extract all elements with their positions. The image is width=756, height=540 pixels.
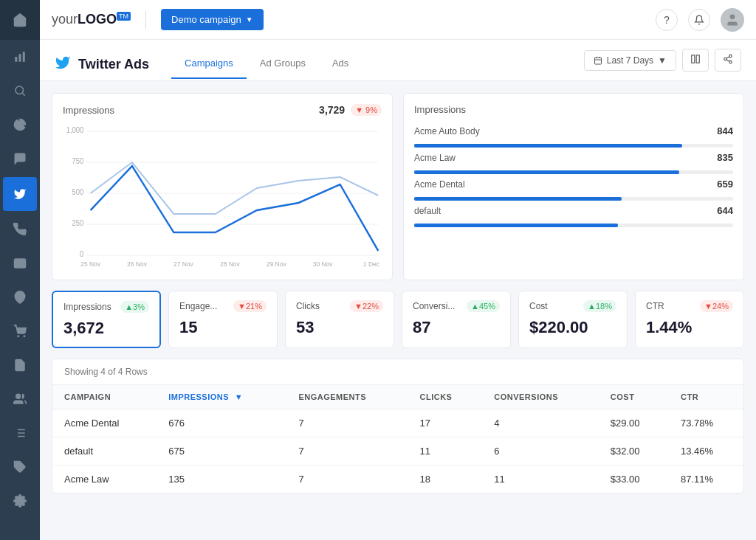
col-conversions[interactable]: CONVERSIONS (482, 385, 599, 409)
table-header-row: CAMPAIGN IMPRESSIONS ▼ ENGAGEMENTS CLICK… (52, 385, 743, 409)
svg-text:1 Dec: 1 Dec (363, 260, 380, 268)
col-impressions[interactable]: IMPRESSIONS ▼ (157, 385, 286, 409)
chart-change-badge: ▼ 9% (351, 104, 382, 116)
svg-text:750: 750 (72, 157, 84, 165)
sidebar-item-settings[interactable] (0, 484, 40, 518)
col-campaign[interactable]: CAMPAIGN (52, 385, 157, 409)
svg-point-3 (16, 86, 24, 94)
chart-value: 3,729 (319, 104, 345, 116)
tab-ads[interactable]: Ads (319, 50, 362, 79)
svg-text:28 Nov: 28 Nov (220, 260, 240, 268)
metric-change-impressions: ▲3% (120, 301, 149, 313)
sidebar-item-search[interactable] (0, 74, 40, 108)
svg-text:30 Nov: 30 Nov (313, 260, 333, 268)
table-info: Showing 4 of 4 Rows (52, 359, 743, 385)
campaigns-table-card: Showing 4 of 4 Rows CAMPAIGN IMPRESSIONS… (52, 359, 744, 494)
impressions-breakdown-title: Impressions (414, 104, 733, 115)
chart-svg: 1,000 750 500 250 0 (63, 122, 382, 269)
columns-button[interactable] (682, 49, 709, 72)
user-avatar[interactable] (721, 8, 744, 32)
svg-rect-0 (15, 57, 17, 62)
sidebar-item-tag[interactable] (0, 450, 40, 484)
impressions-chart-card: Impressions 3,729 ▼ 9% 1,000 750 500 250 (52, 93, 393, 280)
metric-card-ctr[interactable]: CTR ▼24% 1.44% (635, 291, 744, 348)
metric-card-conversions[interactable]: Conversi... ▲45% 87 (402, 291, 511, 348)
imp-row-2: Acme Law 835 (414, 152, 733, 174)
page-title: Twitter Ads (78, 57, 149, 72)
date-range-button[interactable]: Last 7 Days ▼ (584, 50, 676, 71)
main-grid: Impressions 3,729 ▼ 9% 1,000 750 500 250 (40, 81, 756, 505)
calendar-icon (594, 56, 602, 65)
chart-title: Impressions (63, 105, 114, 116)
imp-row-3: Acme Dental 659 (414, 179, 733, 201)
svg-text:250: 250 (72, 219, 84, 227)
metric-card-engagements[interactable]: Engage... ▼21% 15 (168, 291, 278, 348)
sidebar-item-cart[interactable] (0, 314, 40, 348)
imp-row-4: default 644 (414, 205, 733, 227)
metric-change-ctr: ▼24% (700, 300, 733, 312)
svg-line-28 (726, 57, 729, 58)
impressions-rows: Acme Auto Body 844 Acme Law 835 (414, 125, 733, 227)
metric-card-impressions[interactable]: Impressions ▲3% 3,672 (52, 291, 161, 348)
metric-value-engagements: 15 (179, 318, 267, 337)
campaign-selector-button[interactable]: Demo campaign ▼ (161, 9, 264, 30)
col-engagements[interactable]: ENGAGEMENTS (286, 385, 408, 409)
table-row: Acme Law 135 7 18 11 $33.00 87.11% (52, 465, 743, 494)
svg-text:29 Nov: 29 Nov (267, 260, 286, 268)
metric-card-cost[interactable]: Cost ▲18% $220.00 (518, 291, 628, 348)
svg-rect-1 (19, 54, 21, 62)
sort-icon: ▼ (235, 392, 243, 401)
col-cost[interactable]: COST (599, 385, 669, 409)
svg-point-17 (730, 14, 735, 19)
metric-card-clicks[interactable]: Clicks ▼22% 53 (285, 291, 394, 348)
sidebar-item-phone[interactable] (0, 212, 40, 246)
sidebar-item-analytics[interactable] (0, 40, 40, 74)
help-button[interactable]: ? (656, 9, 678, 31)
metrics-row: Impressions ▲3% 3,672 Engage... ▼21% 15 (52, 291, 744, 348)
metric-change-conversions: ▲45% (467, 300, 500, 312)
svg-line-4 (22, 93, 24, 95)
sidebar-item-pages[interactable] (0, 348, 40, 382)
metric-change-engagements: ▼21% (233, 300, 267, 312)
svg-point-6 (18, 336, 19, 337)
svg-rect-23 (696, 55, 699, 63)
metric-change-clicks: ▼22% (350, 300, 383, 312)
metric-value-clicks: 53 (296, 318, 383, 337)
metric-value-conversions: 87 (413, 318, 500, 337)
main-area: yourLOGOTM Demo campaign ▼ ? Twitter Ads (40, 0, 756, 540)
metric-value-cost: $220.00 (529, 318, 616, 337)
sidebar-item-users[interactable] (0, 382, 40, 416)
svg-point-25 (724, 58, 727, 60)
table-body: Acme Dental 676 7 17 4 $29.00 73.78% def… (52, 409, 743, 494)
metric-value-impressions: 3,672 (63, 319, 149, 338)
campaigns-table: CAMPAIGN IMPRESSIONS ▼ ENGAGEMENTS CLICK… (52, 385, 743, 493)
chart-header: Impressions 3,729 ▼ 9% (63, 104, 382, 116)
svg-point-7 (24, 336, 25, 337)
tab-campaigns[interactable]: Campaigns (171, 50, 247, 79)
sidebar-item-chat[interactable] (0, 142, 40, 176)
sidebar-item-email[interactable] (0, 246, 40, 280)
tab-adgroups[interactable]: Ad Groups (247, 50, 319, 79)
sidebar-item-list[interactable] (0, 416, 40, 450)
svg-text:25 Nov: 25 Nov (80, 260, 100, 268)
sidebar-logo (0, 0, 40, 40)
sidebar-item-twitter[interactable] (3, 177, 37, 211)
sidebar (0, 0, 40, 540)
notifications-button[interactable] (688, 9, 710, 31)
topbar: yourLOGOTM Demo campaign ▼ ? (40, 0, 756, 40)
svg-point-26 (729, 60, 732, 63)
table-row: Acme Dental 676 7 17 4 $29.00 73.78% (52, 409, 743, 437)
caret-icon: ▼ (246, 15, 253, 24)
svg-point-24 (729, 55, 732, 58)
svg-text:1,000: 1,000 (66, 126, 84, 134)
sidebar-item-location[interactable] (0, 280, 40, 314)
svg-rect-18 (594, 58, 601, 64)
sidebar-item-pie[interactable] (0, 108, 40, 142)
col-ctr[interactable]: CTR (669, 385, 743, 409)
topbar-right: ? (656, 8, 744, 32)
svg-point-8 (16, 394, 21, 398)
page-header: Twitter Ads Campaigns Ad Groups Ads Last… (40, 40, 756, 81)
col-clicks[interactable]: CLICKS (408, 385, 482, 409)
dropdown-caret-icon: ▼ (658, 55, 667, 66)
share-button[interactable] (715, 49, 741, 72)
